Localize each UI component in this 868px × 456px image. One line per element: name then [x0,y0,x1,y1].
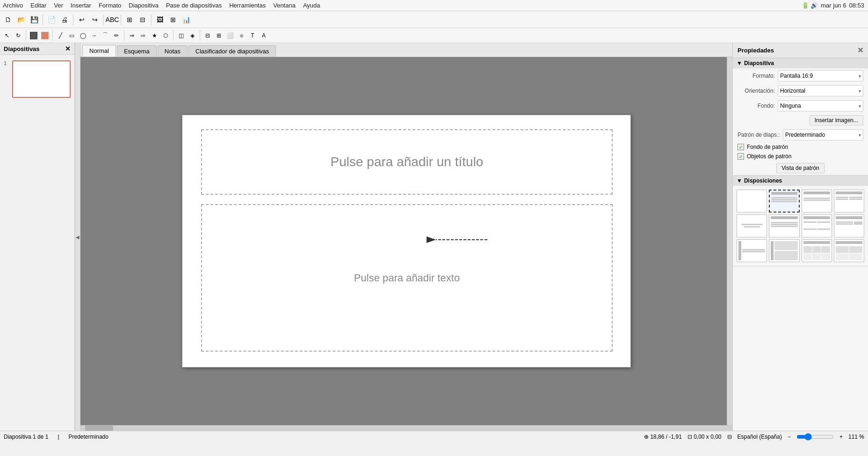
view-pattern-button[interactable]: Vista de patrón [776,163,825,173]
tab-clasificador[interactable]: Clasificador de diapositivas [188,45,276,57]
layout-two-content[interactable] [834,190,864,213]
menu-ver[interactable]: Ver [54,2,63,9]
layout-custom[interactable] [834,239,864,262]
tab-normal[interactable]: Normal [82,45,116,57]
insert-image-tb-button[interactable]: 🖼 [154,14,166,26]
insert-chart-button[interactable]: 📊 [180,14,192,26]
align-tool[interactable]: ⊟ [203,30,213,41]
layout-four-content[interactable] [802,214,832,237]
menu-insertar[interactable]: Insertar [71,2,91,9]
ellipse-tool[interactable]: ◯ [78,30,88,41]
grid-button[interactable]: ⊞ [123,14,136,26]
layout-title-text[interactable] [769,214,799,237]
freeform-tool[interactable]: ✏ [111,30,122,41]
scrollbar-thumb[interactable] [85,426,113,431]
arrow-tool[interactable]: ⇒ [127,30,137,41]
layout-title-only[interactable] [802,190,832,213]
text-tool[interactable]: T [247,30,258,41]
menu-herramientas[interactable]: Herramientas [229,2,266,9]
redo-button[interactable]: ↪ [89,14,101,26]
tab-notas[interactable]: Notas [158,45,188,57]
tab-esquema[interactable]: Esquema [117,45,157,57]
custom-cell [849,253,862,260]
format-select[interactable]: Pantalla 16:9 ▾ [778,70,863,81]
zoom-plus[interactable]: + [839,434,843,440]
line-tool[interactable]: ╱ [55,30,65,41]
open-button[interactable]: 📂 [15,14,27,26]
slide-properties-section: ▼ Diapositiva Formato: Pantalla 16:9 ▾ O… [733,58,868,176]
slide-canvas-area[interactable]: Pulse para añadir un título Pulse para a… [80,57,732,425]
body-placeholder[interactable]: Pulse para añadir texto [201,204,613,352]
slide-properties-header[interactable]: ▼ Diapositiva [733,58,868,68]
save-button[interactable]: 💾 [28,14,40,26]
collapse-handle[interactable]: ◀ [75,43,80,431]
new-button[interactable]: 🗋 [2,14,14,26]
layout-blank[interactable] [737,190,767,213]
bezier-tool[interactable]: ⌾ [236,30,246,41]
properties-panel-close[interactable]: ✕ [857,46,863,55]
rotate-tool[interactable]: ↻ [13,30,23,41]
layout-col-right [849,197,862,211]
menu-formato[interactable]: Formato [99,2,121,9]
pattern-select[interactable]: Predeterminado ▾ [783,129,863,140]
select-tool[interactable]: ↖ [2,30,12,41]
curve-tool[interactable]: ⌒ [100,30,110,41]
layout-line [771,201,797,202]
vertical-scrollbar[interactable] [727,57,732,425]
menu-diapositiva[interactable]: Diapositiva [129,2,159,9]
orientation-select[interactable]: Horizontal ▾ [778,85,863,96]
slide-item-1[interactable]: 1 [4,59,71,98]
block-arrow-tool[interactable]: ⇨ [138,30,148,41]
layout-table[interactable] [802,239,832,262]
menu-ayuda[interactable]: Ayuda [303,2,320,9]
bg-pattern-checkbox[interactable]: ✓ [738,144,744,150]
connector-tool[interactable]: → [89,30,99,41]
menu-archivo[interactable]: Archivo [3,2,23,9]
3d-tool[interactable]: ⬡ [160,30,171,41]
insert-image-panel-button[interactable]: Insertar imagen... [810,115,863,125]
undo-button[interactable]: ↩ [76,14,88,26]
layout-title-content[interactable] [769,190,799,213]
fontwork-tool[interactable]: A [259,30,269,41]
layout-box2 [774,251,797,260]
slides-panel-close[interactable]: ✕ [65,45,71,52]
fill-color-button[interactable] [40,30,50,41]
background-select[interactable]: Ninguna ▾ [778,100,863,111]
slide-thumbnail[interactable] [12,60,71,98]
flip-tool[interactable]: ⊞ [214,30,224,41]
layout-vertical-title[interactable] [737,239,767,262]
star-tool[interactable]: ★ [149,30,159,41]
insert-table-button[interactable]: ⊞ [167,14,179,26]
spellcheck-button[interactable]: ABC [106,14,118,26]
menu-pase[interactable]: Pase de diapositivas [166,2,222,9]
zoom-slider[interactable] [796,433,834,441]
zoom-minus[interactable]: − [788,434,791,440]
layout-line [771,224,797,225]
menu-editar[interactable]: Editar [30,2,46,9]
layout-vertical-two[interactable] [769,239,799,262]
slide[interactable]: Pulse para añadir un título Pulse para a… [182,115,631,368]
title-placeholder[interactable]: Pulse para añadir un título [201,129,613,195]
layouts-title: Disposiciones [744,177,782,184]
format-dropdown-arrow: ▾ [859,74,861,79]
shadow-tool[interactable]: ◫ [176,30,186,41]
line-color-button[interactable] [29,30,39,41]
layouts-section-header[interactable]: ▼ Disposiciones [733,176,868,186]
menu-ventana[interactable]: Ventana [273,2,296,9]
layout-line [803,221,817,223]
effects-tool[interactable]: ◈ [187,30,197,41]
layouts-section: ▼ Disposiciones [733,176,868,266]
print-button[interactable]: 🖨 [58,14,71,26]
table-cell [803,253,812,260]
export-pdf-button[interactable]: 📄 [45,14,58,26]
group-tool[interactable]: ⬜ [225,30,235,41]
horizontal-scrollbar[interactable] [80,425,732,431]
objects-pattern-checkbox[interactable]: ✓ [738,153,744,160]
system-time: 08:53 [849,2,864,9]
layout-text-two-content[interactable] [834,214,864,237]
system-tray: 🔋 🔊 mar jun 6 08:53 [798,0,868,11]
layout-centered-text[interactable] [737,214,767,237]
background-row: Fondo: Ninguna ▾ [733,98,868,113]
snap-button[interactable]: ⊟ [137,14,149,26]
rect-tool[interactable]: ▭ [66,30,77,41]
